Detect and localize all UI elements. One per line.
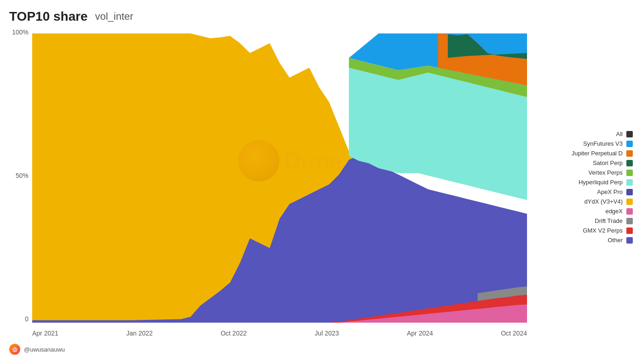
- legend-swatch-satori: [626, 160, 633, 166]
- legend-label-edgex: edgeX: [605, 208, 623, 215]
- legend-swatch-apex: [626, 189, 633, 195]
- legend-item-gmx: GMX V2 Perps: [532, 227, 633, 234]
- legend-label-other: Other: [608, 237, 623, 244]
- legend-item-all: All: [532, 131, 633, 137]
- y-label-100: 100%: [12, 28, 29, 36]
- x-label-apr2021: Apr 2021: [32, 330, 58, 337]
- legend-item-apex: ApeX Pro: [532, 188, 633, 195]
- legend-item-hyperliquid: Hyperliquid Perp: [532, 179, 633, 186]
- legend-label-jupiter: Jupiter Perpetual D: [572, 150, 623, 157]
- legend-label-drift: Drift Trade: [595, 217, 623, 224]
- chart-title-main: TOP10 share: [9, 9, 88, 24]
- legend-label-dydx: dYdX (V3+V4): [585, 198, 623, 205]
- x-label-oct2022: Oct 2022: [221, 330, 247, 337]
- chart-svg: [32, 28, 527, 323]
- footer-handle: @uwusanauwu: [24, 346, 65, 353]
- legend-label-hyperliquid: Hyperliquid Perp: [579, 179, 623, 186]
- legend-item-dydx: dYdX (V3+V4): [532, 198, 633, 205]
- legend-item-synfutures: SynFutures V3: [532, 140, 633, 147]
- legend-swatch-gmx: [626, 228, 633, 234]
- avatar: 🌸: [9, 344, 20, 355]
- legend-item-jupiter: Jupiter Perpetual D: [532, 150, 633, 157]
- legend-item-other: Other: [532, 237, 633, 244]
- chart-legend: All SynFutures V3 Jupiter Perpetual D Sa…: [532, 28, 633, 341]
- x-label-oct2024: Oct 2024: [501, 330, 527, 337]
- legend-swatch-other: [626, 237, 633, 244]
- legend-label-synfutures: SynFutures V3: [583, 140, 623, 147]
- legend-swatch-drift: [626, 218, 633, 224]
- legend-item-drift: Drift Trade: [532, 217, 633, 224]
- legend-label-vertex: Vertex Perps: [589, 169, 623, 176]
- legend-swatch-hyperliquid: [626, 179, 633, 186]
- legend-item-vertex: Vertex Perps: [532, 169, 633, 176]
- x-label-jul2023: Jul 2023: [315, 330, 339, 337]
- x-label-apr2024: Apr 2024: [407, 330, 433, 337]
- chart-title-sub: vol_inter: [95, 11, 133, 23]
- legend-swatch-edgex: [626, 208, 633, 215]
- legend-item-edgex: edgeX: [532, 208, 633, 215]
- legend-swatch-jupiter: [626, 150, 633, 157]
- legend-swatch-vertex: [626, 170, 633, 176]
- legend-label-all: All: [616, 131, 623, 137]
- legend-item-satori: Satori Perp: [532, 159, 633, 166]
- legend-label-satori: Satori Perp: [593, 159, 623, 166]
- y-label-0: 0: [25, 315, 29, 323]
- x-label-jan2022: Jan 2022: [126, 330, 153, 337]
- legend-label-gmx: GMX V2 Perps: [583, 227, 623, 234]
- y-label-50: 50%: [16, 172, 29, 179]
- legend-swatch-dydx: [626, 199, 633, 205]
- legend-swatch-all: [626, 131, 633, 137]
- legend-label-apex: ApeX Pro: [597, 188, 623, 195]
- legend-swatch-synfutures: [626, 141, 633, 147]
